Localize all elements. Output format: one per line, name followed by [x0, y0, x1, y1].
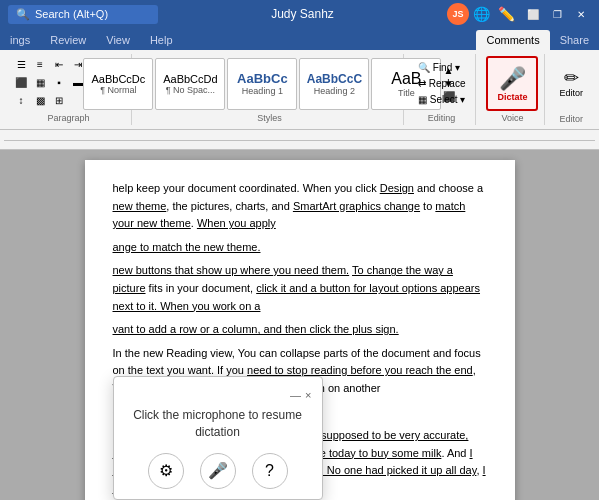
style-h1-preview: AaBbCc	[237, 71, 288, 86]
pen-icon: ✏️	[498, 6, 515, 22]
paragraph-label: Paragraph	[47, 113, 89, 123]
align-center-icon[interactable]: ▦	[31, 74, 49, 90]
search-box[interactable]: 🔍 Search (Alt+Q)	[8, 5, 158, 24]
popup-mic-btn[interactable]: 🎤	[200, 453, 236, 489]
ribbon-tabs: ings Review View Help Comments Share	[0, 28, 599, 50]
search-icon: 🔍	[16, 8, 30, 21]
popup-message: Click the microphone to resume dictation	[124, 407, 312, 441]
help-icon: ?	[265, 459, 274, 483]
user-name: Judy Sanhz	[271, 7, 334, 21]
shading-icon[interactable]: ▩	[31, 92, 49, 108]
app-title: Judy Sanhz	[158, 7, 447, 21]
voice-section: 🎤 Dictate Voice	[480, 54, 545, 125]
popup-minimize-btn[interactable]: —	[290, 387, 301, 404]
tab-review[interactable]: Review	[40, 30, 96, 50]
align-right-icon[interactable]: ▪	[50, 74, 68, 90]
avatar: JS	[447, 3, 469, 25]
outdent-icon[interactable]: ⇤	[50, 56, 68, 72]
popup-help-btn[interactable]: ?	[252, 453, 288, 489]
tab-view[interactable]: View	[96, 30, 140, 50]
style-nospace-preview: AaBbCcDd	[163, 73, 217, 85]
document-area: help keep your document coordinated. Whe…	[0, 150, 599, 500]
style-normal-name: ¶ Normal	[100, 85, 136, 95]
popup-mic-icon: 🎤	[208, 459, 228, 483]
replace-icon: ⇄	[418, 78, 426, 89]
editing-label: Editing	[428, 113, 456, 123]
restore-btn[interactable]: ❐	[547, 4, 567, 24]
styles-row: AaBbCcDc ¶ Normal AaBbCcDd ¶ No Spac... …	[83, 56, 455, 111]
globe-icon: 🌐	[473, 6, 490, 22]
editor-button[interactable]: ✏ Editor	[555, 56, 587, 112]
styles-section: AaBbCcDc ¶ Normal AaBbCcDd ¶ No Spac... …	[136, 54, 404, 125]
border-icon[interactable]: ⊞	[50, 92, 68, 108]
editor-section: ✏ Editor Editor	[549, 54, 593, 125]
title-bar: 🔍 Search (Alt+Q) Judy Sanhz JS 🌐 ✏️ ⬜ ❐ …	[0, 0, 599, 28]
settings-icon: ⚙	[159, 459, 173, 483]
popup-settings-btn[interactable]: ⚙	[148, 453, 184, 489]
popup-controls: ⚙ 🎤 ?	[124, 453, 312, 489]
select-button[interactable]: ▦ Select ▾	[414, 92, 470, 107]
style-h2-preview: AaBbCcC	[307, 72, 362, 86]
tab-ings[interactable]: ings	[0, 30, 40, 50]
window-controls: 🌐 ✏️ ⬜ ❐ ✕	[473, 4, 591, 24]
dictation-popup: — × Click the microphone to resume dicta…	[113, 376, 323, 500]
line-spacing-icon[interactable]: ↕	[12, 92, 30, 108]
tab-share[interactable]: Share	[550, 30, 599, 50]
para-4: vant to add a row or a column, and then …	[113, 321, 487, 339]
popup-header: — ×	[124, 387, 312, 404]
minimize-btn[interactable]: ⬜	[523, 4, 543, 24]
style-normal[interactable]: AaBbCcDc ¶ Normal	[83, 58, 153, 110]
list-number-icon[interactable]: ≡	[31, 56, 49, 72]
style-h1-name: Heading 1	[242, 86, 283, 96]
para-1: help keep your document coordinated. Whe…	[113, 180, 487, 233]
dictate-button[interactable]: 🎤 Dictate	[486, 56, 538, 111]
style-normal-preview: AaBbCcDc	[91, 73, 145, 85]
search-placeholder: Search (Alt+Q)	[35, 8, 108, 20]
style-heading2[interactable]: AaBbCcC Heading 2	[299, 58, 369, 110]
style-heading1[interactable]: AaBbCc Heading 1	[227, 58, 297, 110]
styles-label: Styles	[257, 113, 282, 123]
popup-close-btn[interactable]: ×	[305, 387, 311, 404]
document-page: help keep your document coordinated. Whe…	[85, 160, 515, 500]
editor-icon: ✏	[564, 69, 579, 87]
tab-help[interactable]: Help	[140, 30, 183, 50]
align-left-icon[interactable]: ⬛	[12, 74, 30, 90]
style-nospace[interactable]: AaBbCcDd ¶ No Spac...	[155, 58, 225, 110]
replace-button[interactable]: ⇄ Replace	[414, 76, 470, 91]
ruler	[0, 130, 599, 150]
select-icon: ▦	[418, 94, 427, 105]
style-h2-name: Heading 2	[314, 86, 355, 96]
editor-label: Editor	[559, 114, 583, 124]
para-2: ange to match the new theme.	[113, 239, 487, 257]
list-bullet-icon[interactable]: ☰	[12, 56, 30, 72]
editing-section: 🔍 Find ▾ ⇄ Replace ▦ Select ▾ Editing	[408, 54, 477, 125]
ribbon-content: ☰ ≡ ⇤ ⇥ ↕ ¶ ⬛ ▦ ▪ ▬ ↕ ▩ ⊞	[0, 50, 599, 130]
tab-comments[interactable]: Comments	[476, 30, 549, 50]
style-nospace-name: ¶ No Spac...	[166, 85, 215, 95]
dictate-label: Dictate	[497, 92, 527, 102]
mic-icon: 🎤	[499, 66, 526, 92]
voice-label: Voice	[501, 113, 523, 123]
find-icon: 🔍	[418, 62, 430, 73]
find-button[interactable]: 🔍 Find ▾	[414, 60, 470, 75]
para-3: new buttons that show up where you need …	[113, 262, 487, 315]
close-btn[interactable]: ✕	[571, 4, 591, 24]
